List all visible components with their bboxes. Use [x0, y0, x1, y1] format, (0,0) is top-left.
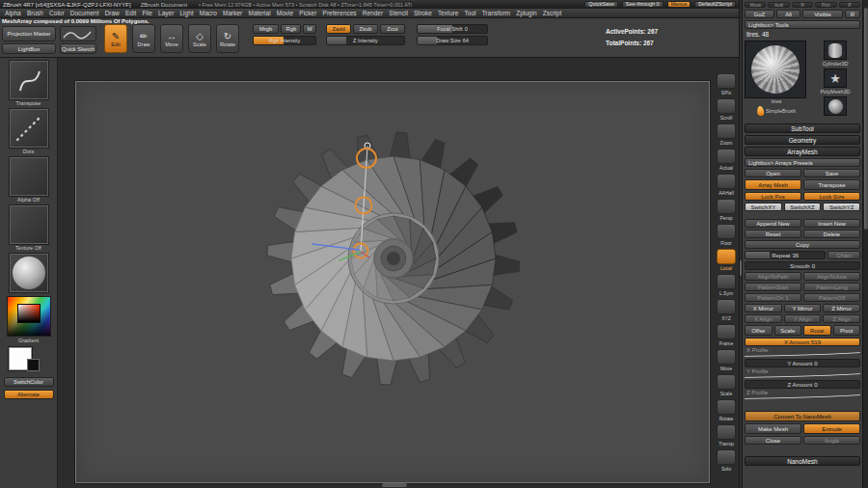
copy-button[interactable]: Copy [745, 240, 860, 249]
zsub-button[interactable]: Zsub [353, 24, 378, 34]
shelf-toggle-button[interactable]: Scroll [716, 98, 737, 123]
tray-top-button[interactable]: R [792, 2, 813, 8]
menu-item[interactable]: Transform [479, 10, 514, 16]
transform-tab[interactable]: Rotat [803, 325, 831, 336]
y-amount-slider[interactable]: Y Amount0 [745, 359, 860, 367]
draw-size-slider[interactable]: Draw Size64 [417, 36, 488, 45]
panel-scrollbar-thumb[interactable] [864, 8, 868, 230]
append-new-button[interactable]: Append New [745, 219, 801, 228]
quicksave-button[interactable]: QuickSave [584, 1, 618, 8]
menu-item[interactable]: Alpha [2, 10, 24, 16]
secondary-color-swatch[interactable] [27, 359, 40, 371]
menu-item[interactable]: Picker [296, 10, 319, 16]
canvas-hscrollbar[interactable] [382, 483, 407, 487]
x-amount-slider[interactable]: X Amount519 [745, 338, 860, 346]
shelf-toggle-button[interactable]: Move [716, 349, 737, 374]
switch-button[interactable]: SwitchYZ [823, 203, 860, 211]
align-toggle[interactable]: Y Align [784, 314, 822, 323]
make-mesh-button[interactable]: Make Mesh [745, 423, 801, 434]
mode-button[interactable]: ✎ Edit [104, 24, 127, 53]
shelf-toggle-button[interactable]: Rotate [716, 399, 737, 424]
z-amount-slider[interactable]: Z Amount0 [745, 380, 860, 389]
mirror-toggle[interactable]: Y Mirror [784, 304, 822, 312]
shelf-toggle-button[interactable]: Zoom [716, 123, 737, 149]
align-to-axis-toggle[interactable]: AlignToAxis [803, 272, 860, 281]
shelf-toggle-button[interactable]: Frame [716, 324, 737, 349]
delete-button[interactable]: Delete [803, 230, 860, 238]
rgb-intensity-slider[interactable]: Rgb Intensity [253, 36, 316, 45]
shelf-toggle-button[interactable]: Actual [716, 149, 737, 174]
active-tool-thumbnail[interactable] [745, 41, 806, 98]
align-toggle[interactable]: X Align [745, 314, 782, 323]
shelf-toggle-button[interactable]: Floor [716, 224, 737, 249]
menu-item[interactable]: Stroke [411, 10, 435, 16]
menu-item[interactable]: Draw [102, 10, 122, 16]
tray-top-button[interactable]: R [839, 2, 860, 8]
transform-tab[interactable]: Pivot [833, 325, 861, 336]
align-toggle[interactable]: Z Align [823, 314, 860, 323]
panel-scrollbar[interactable] [862, 0, 868, 488]
pattern-start-button[interactable]: PatternStart [745, 283, 801, 291]
shelf-toggle-button[interactable]: Persp [716, 199, 737, 224]
viewport-model[interactable] [58, 58, 739, 488]
tool-header-button[interactable]: GoZ [745, 10, 774, 18]
align-to-path-toggle[interactable]: AlignToPath [745, 272, 801, 281]
material-thumbnail[interactable] [10, 254, 48, 292]
menu-item[interactable]: Edit [122, 10, 139, 16]
menu-item[interactable]: Stencil [386, 10, 411, 16]
menu-item[interactable]: Zscript [540, 10, 565, 16]
mode-button[interactable]: ✏ Draw [132, 24, 155, 53]
save-button[interactable]: Save [803, 169, 860, 177]
y-profile-curve[interactable]: Y Profile [745, 368, 860, 378]
extrude-toggle[interactable]: Extrude [803, 423, 860, 434]
convert-to-nanomesh-button[interactable]: Convert To NanoMesh [745, 411, 860, 421]
shelf-toggle-button[interactable]: Local [716, 249, 737, 274]
repeat-slider[interactable]: Repeat36 [745, 251, 826, 259]
see-through-slider[interactable]: See-through 0 [622, 1, 664, 8]
focal-shift-slider[interactable]: Focal Shift0 [417, 24, 488, 34]
shelf-toggle-button[interactable]: XYZ [716, 299, 737, 324]
alternate-button[interactable]: Alternate [4, 390, 54, 399]
mirror-toggle[interactable]: X Mirror [745, 304, 782, 312]
tool-item-tires[interactable] [824, 96, 847, 116]
lightbox-tools-button[interactable]: Lightbox> Tools [745, 20, 860, 29]
menu-item[interactable]: Tool [461, 10, 478, 16]
menu-item[interactable]: Texture [435, 10, 462, 16]
x-profile-curve[interactable]: X Profile [745, 347, 860, 357]
mode-button[interactable]: ◇ Scale [188, 24, 211, 53]
menu-item[interactable]: Preferences [319, 10, 359, 16]
texture-thumbnail[interactable] [10, 205, 48, 244]
mrgb-button[interactable]: Mrgb [253, 24, 279, 34]
shelf-toggle-button[interactable]: SPix [716, 73, 737, 98]
menu-item[interactable]: Brush [24, 10, 46, 16]
open-button[interactable]: Open [745, 169, 801, 177]
menu-item[interactable]: Color [46, 10, 68, 16]
tool-item-cylinder3d[interactable] [824, 41, 847, 60]
mode-button[interactable]: ↻ Rotate [216, 24, 239, 53]
z-profile-curve[interactable]: Z Profile [745, 390, 860, 399]
rgb-button[interactable]: Rgb [281, 24, 301, 34]
menu-item[interactable]: Render [360, 10, 387, 16]
current-brush-thumbnail[interactable] [10, 61, 48, 99]
lock-pos-toggle[interactable]: Lock Pos [745, 192, 801, 201]
arrays-presets-button[interactable]: Lightbox> Arrays Presets [745, 158, 860, 167]
lightbox-button[interactable]: LightBox [2, 43, 56, 54]
switch-button[interactable]: SwitchXY [745, 203, 782, 211]
menu-item[interactable]: Marker [220, 10, 245, 16]
tray-divider-handle[interactable] [740, 260, 742, 276]
zcut-button[interactable]: Zcut [380, 24, 405, 34]
tray-top-button[interactable]: Poly [815, 2, 836, 8]
chain-toggle[interactable]: Chain [827, 251, 860, 259]
transpose-toggle[interactable]: Transpose [803, 179, 860, 190]
menu-item[interactable]: Document [68, 10, 102, 16]
alpha-thumbnail[interactable] [10, 157, 48, 196]
default-zscript-button[interactable]: DefaultZScript [694, 1, 736, 8]
projection-master-button[interactable]: Projection Master [2, 26, 56, 41]
shelf-toggle-button[interactable]: Scale [716, 374, 737, 399]
shelf-toggle-button[interactable]: L.Sym [716, 274, 737, 299]
pattern-on-slider[interactable]: PatternOn 1 [745, 293, 801, 302]
tray-top-button[interactable]: Mova [745, 2, 766, 8]
menus-toggle[interactable]: Menus [667, 1, 692, 8]
menu-item[interactable]: Zplugin [513, 10, 540, 16]
tool-header-button[interactable]: Visible [802, 10, 842, 18]
